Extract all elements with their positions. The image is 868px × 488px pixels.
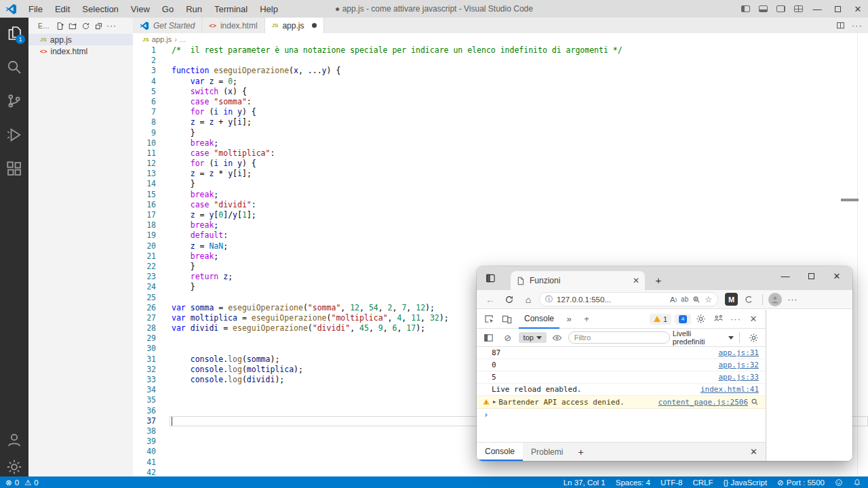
browser-minimize-button[interactable]: — xyxy=(772,268,798,284)
console-settings-icon[interactable] xyxy=(745,329,762,346)
inspect-element-icon[interactable] xyxy=(481,311,497,327)
live-expression-eye-icon[interactable] xyxy=(549,329,566,346)
customize-layout-icon[interactable] xyxy=(789,0,807,18)
tab-index-html[interactable]: <>index.html xyxy=(202,18,264,33)
editor-line[interactable]: 14 } xyxy=(133,179,868,189)
editor-line[interactable]: 8 z = z + y[i]; xyxy=(133,117,868,127)
unsaved-dot[interactable] xyxy=(312,23,317,28)
menu-help[interactable]: Help xyxy=(254,0,284,18)
editor-line[interactable]: 20 z = NaN; xyxy=(133,241,868,251)
devtools-feedback-icon[interactable] xyxy=(710,311,726,327)
editor-line[interactable]: 10 break; xyxy=(133,138,868,148)
new-file-icon[interactable] xyxy=(54,20,66,33)
address-url[interactable]: 127.0.0.1:550... xyxy=(557,296,666,304)
devtools-close-icon[interactable]: ✕ xyxy=(745,311,762,327)
toggle-sidebar-icon[interactable] xyxy=(736,0,754,18)
vscode-maximize-button[interactable] xyxy=(827,0,848,18)
editor-line[interactable]: 19 default: xyxy=(133,230,868,241)
source-link[interactable]: app.js:33 xyxy=(718,373,759,382)
run-debug-icon[interactable] xyxy=(3,124,25,158)
devtools-tab-console[interactable]: Console xyxy=(519,310,559,329)
split-editor-icon[interactable] xyxy=(836,21,845,30)
editor-line[interactable]: 18 break; xyxy=(133,220,868,230)
favorites-star-icon[interactable]: ☆ xyxy=(705,295,712,304)
feedback-icon[interactable] xyxy=(835,479,843,487)
toggle-secondary-sidebar-icon[interactable] xyxy=(772,0,789,18)
editor-line[interactable]: 5 switch (x) { xyxy=(133,87,868,97)
vscode-minimize-button[interactable]: — xyxy=(807,0,827,18)
extension-c-icon[interactable] xyxy=(741,292,757,307)
toggle-panel-icon[interactable] xyxy=(754,0,772,18)
editor-line[interactable]: 6 case "somma": xyxy=(133,97,868,107)
log-levels-selector[interactable]: Livelli predefiniti xyxy=(673,329,734,346)
profile-avatar[interactable] xyxy=(768,293,782,306)
editor-line[interactable]: 13 z = z * y[i]; xyxy=(133,169,868,179)
search-similar-icon[interactable] xyxy=(751,398,759,406)
read-aloud-icon[interactable]: A) xyxy=(670,296,677,304)
tab-app-js[interactable]: JSapp.js xyxy=(265,18,325,33)
explorer-more-actions-icon[interactable]: ··· xyxy=(105,20,118,33)
more-tabs-icon[interactable]: » xyxy=(561,311,577,327)
browser-tab-funzioni[interactable]: Funzioni ✕ xyxy=(511,271,645,290)
collapse-folders-icon[interactable] xyxy=(92,20,105,33)
console-filter-input[interactable] xyxy=(568,331,670,344)
home-icon[interactable]: ⌂ xyxy=(520,292,536,307)
settings-gear-icon[interactable] xyxy=(3,456,25,474)
source-link[interactable]: app.js:31 xyxy=(718,348,759,357)
editor-line[interactable]: 42 xyxy=(133,468,868,476)
add-tab-icon[interactable]: + xyxy=(578,311,595,327)
editor-line[interactable]: 12 for (i in y) { xyxy=(133,159,868,169)
zoom-icon[interactable] xyxy=(692,296,701,304)
status-utf-8[interactable]: UTF-8 xyxy=(660,479,683,487)
editor-line[interactable]: 2 xyxy=(133,56,868,66)
refresh-icon[interactable] xyxy=(501,292,517,307)
new-folder-icon[interactable] xyxy=(66,20,79,33)
devtools-more-icon[interactable]: ··· xyxy=(728,311,744,327)
editor-line[interactable]: 3function eseguiOperazione(x, ...y) { xyxy=(133,66,868,76)
issues-badge[interactable]: 4 xyxy=(675,314,691,325)
menu-go[interactable]: Go xyxy=(156,0,180,18)
search-icon[interactable] xyxy=(3,56,25,90)
source-link[interactable]: content_page.js:2506 xyxy=(658,398,748,407)
menu-edit[interactable]: Edit xyxy=(49,0,76,18)
editor-scrollbar-track[interactable] xyxy=(857,16,858,476)
file-item-app.js[interactable]: JSapp.js xyxy=(28,34,133,45)
status-crlf[interactable]: CRLF xyxy=(692,479,713,487)
tab-get-started[interactable]: Get Started xyxy=(133,18,202,33)
console-prompt[interactable]: › xyxy=(477,409,766,421)
file-item-index.html[interactable]: <>index.html xyxy=(28,45,133,57)
account-icon[interactable] xyxy=(3,429,25,447)
problems-indicator[interactable]: ⊗ 0 ⚠ 0 xyxy=(5,478,39,487)
warnings-badge[interactable]: 1 xyxy=(650,314,671,325)
editor-line[interactable]: 1/* il rest parameter è una notazione sp… xyxy=(133,45,868,56)
new-tab-icon[interactable]: + xyxy=(650,272,667,288)
menu-terminal[interactable]: Terminal xyxy=(208,0,254,18)
menu-selection[interactable]: Selection xyxy=(76,0,124,18)
status-spaces-4[interactable]: Spaces: 4 xyxy=(616,479,650,487)
back-icon[interactable]: ← xyxy=(482,292,498,307)
source-link[interactable]: index.html:41 xyxy=(701,385,759,394)
refresh-explorer-icon[interactable] xyxy=(79,20,92,33)
breadcrumb-file[interactable]: app.js xyxy=(152,35,172,43)
close-tab-icon[interactable]: ✕ xyxy=(633,276,639,285)
device-toolbar-icon[interactable] xyxy=(498,311,515,327)
editor-line[interactable]: 17 z = y[0]/y[1]; xyxy=(133,210,868,220)
extensions-icon[interactable] xyxy=(3,158,25,192)
status--javascript[interactable]: {} JavaScript xyxy=(724,479,768,487)
source-link[interactable]: app.js:32 xyxy=(718,361,759,369)
editor-line[interactable]: 9 } xyxy=(133,128,868,138)
editor-line[interactable]: 21 break; xyxy=(133,251,868,262)
vscode-close-button[interactable]: ✕ xyxy=(848,0,868,18)
editor-scrollbar-thumb[interactable] xyxy=(841,199,859,201)
tab-actions-icon[interactable] xyxy=(482,270,498,285)
menu-run[interactable]: Run xyxy=(180,0,208,18)
context-selector[interactable]: top xyxy=(519,332,547,343)
breadcrumb[interactable]: JS app.js › ... xyxy=(133,33,868,45)
explorer-icon[interactable]: 1 xyxy=(3,22,25,56)
editor-line[interactable]: 11 case "moltiplica": xyxy=(133,148,868,159)
browser-settings-more-icon[interactable]: ··· xyxy=(785,292,801,307)
status-ln-37-col-1[interactable]: Ln 37, Col 1 xyxy=(564,479,606,487)
editor-line[interactable]: 15 break; xyxy=(133,190,868,200)
drawer-close-icon[interactable]: ✕ xyxy=(742,443,766,461)
translate-icon[interactable]: ab xyxy=(681,296,688,303)
